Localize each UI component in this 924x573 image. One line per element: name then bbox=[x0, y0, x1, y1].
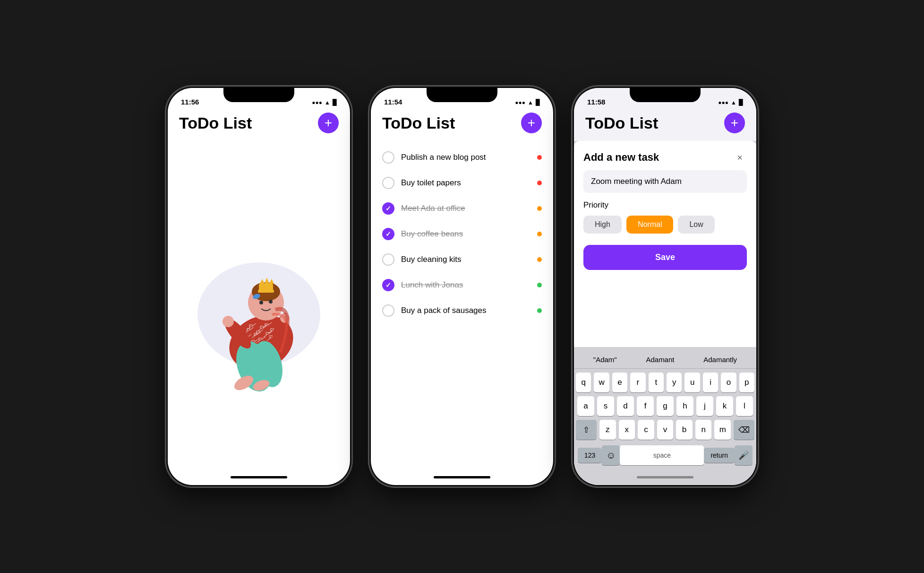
signal-icon: ●●● bbox=[312, 99, 322, 106]
key-shift[interactable]: ⇧ bbox=[576, 420, 597, 440]
list-item[interactable]: Buy toilet papers bbox=[371, 170, 553, 196]
list-item[interactable]: Lunch with Jonas bbox=[371, 272, 553, 298]
autocorrect-option-2[interactable]: Adamant bbox=[642, 355, 678, 365]
key-r[interactable]: r bbox=[630, 373, 645, 392]
task-text-1: Publish a new blog post bbox=[401, 153, 530, 162]
key-w[interactable]: w bbox=[594, 373, 609, 392]
illustration-area bbox=[168, 141, 350, 469]
priority-high-button[interactable]: High bbox=[583, 216, 622, 234]
app-header-2: ToDo List + bbox=[371, 109, 553, 141]
battery-icon-2: ▉ bbox=[536, 99, 540, 106]
status-icons-1: ●●● ▲ ▉ bbox=[312, 99, 337, 106]
keyboard-bottom-row: 123 ☺ space return 🎤 bbox=[574, 443, 756, 469]
priority-dot-2 bbox=[537, 181, 542, 185]
task-checkbox-4[interactable] bbox=[382, 228, 394, 240]
task-text-6: Lunch with Jonas bbox=[401, 280, 530, 290]
autocorrect-bar: "Adam" Adamant Adamantly bbox=[574, 351, 756, 369]
phone-3: 11:58 ●●● ▲ ▉ ToDo List + Add a new task… bbox=[573, 87, 757, 486]
battery-icon: ▉ bbox=[333, 99, 337, 106]
svg-point-18 bbox=[269, 300, 273, 304]
key-n[interactable]: n bbox=[695, 420, 712, 440]
keyboard-emoji-area: ☺ bbox=[602, 445, 620, 465]
add-task-button-2[interactable]: + bbox=[521, 113, 542, 133]
key-c[interactable]: c bbox=[638, 420, 654, 440]
task-checkbox-1[interactable] bbox=[382, 151, 394, 164]
key-y[interactable]: y bbox=[667, 373, 682, 392]
list-item[interactable]: Publish a new blog post bbox=[371, 145, 553, 170]
key-t[interactable]: t bbox=[649, 373, 664, 392]
key-123[interactable]: 123 bbox=[578, 448, 602, 463]
key-emoji[interactable]: ☺ bbox=[602, 445, 620, 465]
keyboard-row-1: q w e r t y u i o p bbox=[574, 369, 756, 396]
task-checkbox-5[interactable] bbox=[382, 253, 394, 266]
priority-dot-1 bbox=[537, 155, 542, 160]
key-m[interactable]: m bbox=[714, 420, 731, 440]
list-item[interactable]: Buy cleaning kits bbox=[371, 247, 553, 272]
task-checkbox-6[interactable] bbox=[382, 279, 394, 291]
autocorrect-option-1[interactable]: "Adam" bbox=[590, 355, 621, 365]
todo-list: Publish a new blog post Buy toilet paper… bbox=[371, 141, 553, 469]
key-f[interactable]: f bbox=[637, 396, 654, 416]
priority-dot-4 bbox=[537, 232, 542, 236]
key-z[interactable]: z bbox=[599, 420, 616, 440]
key-i[interactable]: i bbox=[703, 373, 718, 392]
svg-point-8 bbox=[222, 316, 234, 327]
status-time-2: 11:54 bbox=[384, 98, 402, 106]
priority-dot-7 bbox=[537, 308, 542, 313]
home-indicator-3 bbox=[574, 469, 756, 485]
key-v[interactable]: v bbox=[657, 420, 674, 440]
key-x[interactable]: x bbox=[619, 420, 635, 440]
list-item[interactable]: Buy coffee beans bbox=[371, 221, 553, 247]
keyboard: "Adam" Adamant Adamantly q w e r t y u i… bbox=[574, 347, 756, 469]
autocorrect-option-3[interactable]: Adamantly bbox=[700, 355, 741, 365]
task-text-3: Meet Ada at office bbox=[401, 204, 530, 213]
key-o[interactable]: o bbox=[721, 373, 736, 392]
add-task-button-1[interactable]: + bbox=[318, 113, 339, 133]
app-title-1: ToDo List bbox=[179, 114, 252, 132]
priority-section-label: Priority bbox=[583, 200, 747, 210]
key-h[interactable]: h bbox=[676, 396, 693, 416]
wifi-icon-2: ▲ bbox=[528, 99, 533, 106]
key-p[interactable]: p bbox=[739, 373, 754, 392]
key-j[interactable]: j bbox=[696, 396, 713, 416]
key-space[interactable]: space bbox=[620, 445, 704, 465]
phone1-content: ToDo List + bbox=[168, 109, 350, 469]
app-title-3: ToDo List bbox=[585, 114, 658, 132]
task-checkbox-2[interactable] bbox=[382, 177, 394, 189]
svg-rect-13 bbox=[258, 290, 274, 293]
save-task-button[interactable]: Save bbox=[583, 245, 747, 270]
key-k[interactable]: k bbox=[716, 396, 733, 416]
key-e[interactable]: e bbox=[612, 373, 627, 392]
modal-header: Add a new task × bbox=[574, 141, 756, 170]
key-l[interactable]: l bbox=[736, 396, 753, 416]
task-text-2: Buy toilet papers bbox=[401, 178, 530, 188]
priority-normal-button[interactable]: Normal bbox=[626, 216, 674, 234]
key-b[interactable]: b bbox=[676, 420, 693, 440]
signal-icon-2: ●●● bbox=[515, 99, 525, 106]
key-mic[interactable]: 🎤 bbox=[735, 445, 753, 465]
keyboard-row-2: a s d f g h j k l bbox=[574, 396, 756, 420]
empty-state-illustration bbox=[188, 215, 330, 395]
notch-2 bbox=[427, 88, 497, 102]
list-item[interactable]: Meet Ada at office bbox=[371, 196, 553, 221]
key-s[interactable]: s bbox=[597, 396, 614, 416]
close-modal-button[interactable]: × bbox=[733, 150, 747, 165]
key-g[interactable]: g bbox=[657, 396, 674, 416]
key-delete[interactable]: ⌫ bbox=[734, 420, 754, 440]
priority-dot-6 bbox=[537, 283, 542, 287]
phone-1: 11:56 ●●● ▲ ▉ ToDo List + bbox=[167, 87, 351, 486]
priority-low-button[interactable]: Low bbox=[678, 216, 714, 234]
list-item[interactable]: Buy a pack of sausages bbox=[371, 298, 553, 323]
task-checkbox-7[interactable] bbox=[382, 304, 394, 317]
task-name-input[interactable] bbox=[583, 170, 747, 193]
key-d[interactable]: d bbox=[617, 396, 634, 416]
svg-point-17 bbox=[259, 301, 263, 304]
task-checkbox-3[interactable] bbox=[382, 202, 394, 215]
key-q[interactable]: q bbox=[576, 373, 591, 392]
key-u[interactable]: u bbox=[684, 373, 700, 392]
status-icons-2: ●●● ▲ ▉ bbox=[515, 99, 540, 106]
add-task-button-3[interactable]: + bbox=[724, 113, 745, 133]
key-a[interactable]: a bbox=[577, 396, 594, 416]
status-icons-3: ●●● ▲ ▉ bbox=[718, 99, 743, 106]
key-return[interactable]: return bbox=[704, 448, 735, 463]
